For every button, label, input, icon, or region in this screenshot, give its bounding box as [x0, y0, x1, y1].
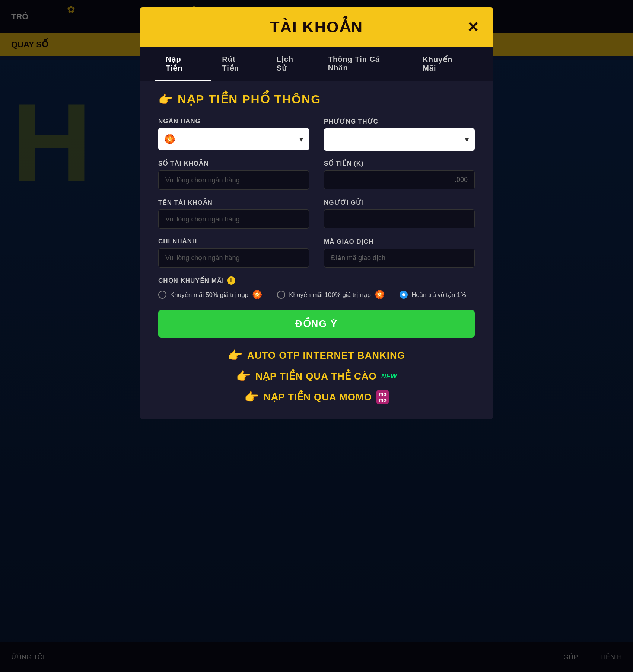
promo-option-2[interactable]: Khuyến mãi 100% giá trị nạp 🏵️: [277, 290, 385, 300]
tab-nap-tien[interactable]: Nạp Tiền: [155, 47, 211, 81]
phuong-thuc-chevron-icon: ▾: [465, 135, 469, 144]
so-tai-khoan-label: SỐ TÀI KHOẢN: [158, 160, 309, 167]
tab-khuyen-mai[interactable]: Khuyến Mãi: [411, 47, 478, 81]
phuong-thuc-group: PHƯƠNG THỨC ▾: [324, 118, 475, 151]
ma-giao-dich-label: MÃ GIAO DỊCH: [324, 238, 475, 246]
promo-section: CHỌN KHUYẾN MÃI i Khuyến mãi 50% giá trị…: [158, 276, 475, 300]
the-cao-link[interactable]: 👉 NẠP TIỀN QUA THẺ CÀO NEW: [236, 369, 397, 383]
nguoi-gui-label: NGƯỜI GỬI: [324, 199, 475, 207]
promo-info-icon[interactable]: i: [227, 276, 235, 285]
auto-otp-link[interactable]: 👉 AUTO OTP INTERNET BANKING: [228, 348, 405, 362]
chi-nhanh-label: CHI NHÁNH: [158, 238, 309, 245]
bottom-links: 👉 AUTO OTP INTERNET BANKING 👉 NẠP TIỀN Q…: [158, 348, 475, 404]
ngan-hang-select[interactable]: 🏵️ ▾: [158, 128, 309, 150]
tab-thong-tin[interactable]: Thông Tin Cá Nhân: [317, 47, 412, 80]
modal-body: 👉 NẠP TIỀN PHỔ THÔNG NGÂN HÀNG 🏵️ ▾ PHƯƠ…: [140, 81, 493, 419]
nguoi-gui-input[interactable]: [324, 209, 475, 228]
submit-button[interactable]: ĐỒNG Ý: [158, 310, 475, 338]
so-tien-group: SỐ TIỀN (K): [324, 160, 475, 190]
new-badge: NEW: [381, 372, 397, 380]
so-tai-khoan-group: SỐ TÀI KHOẢN Vui lòng chọn ngân hàng: [158, 160, 309, 190]
modal-header: TÀI KHOẢN ✕: [140, 7, 493, 47]
nguoi-gui-group: NGƯỜI GỬI: [324, 199, 475, 229]
ngan-hang-chevron-icon: ▾: [299, 135, 303, 144]
form-grid: NGÂN HÀNG 🏵️ ▾ PHƯƠNG THỨC ▾ SỐ TÀI KHOẢ…: [158, 118, 475, 268]
promo-radio-3[interactable]: [400, 291, 408, 299]
so-tien-input[interactable]: [324, 170, 475, 189]
ten-tai-khoan-label: TÊN TÀI KHOẢN: [158, 199, 309, 207]
momo-link[interactable]: 👉 NẠP TIỀN QUA MOMO momo: [244, 390, 389, 404]
modal-tabs: Nạp Tiền Rút Tiền Lịch Sử Thông Tin Cá N…: [140, 47, 493, 81]
ngan-hang-icon: 🏵️: [164, 134, 175, 144]
modal-container: TÀI KHOẢN ✕ Nạp Tiền Rút Tiền Lịch Sử Th…: [140, 7, 493, 419]
promo-text-1: Khuyến mãi 50% giá trị nạp: [170, 291, 248, 299]
ten-tai-khoan-input: Vui lòng chọn ngân hàng: [158, 209, 309, 229]
ngan-hang-label: NGÂN HÀNG: [158, 118, 309, 125]
promo-emoji-1: 🏵️: [252, 290, 262, 300]
chi-nhanh-input: Vui lòng chọn ngân hàng: [158, 248, 309, 268]
ten-tai-khoan-group: TÊN TÀI KHOẢN Vui lòng chọn ngân hàng: [158, 199, 309, 229]
promo-text-2: Khuyến mãi 100% giá trị nạp: [289, 291, 371, 299]
the-cao-text: NẠP TIỀN QUA THẺ CÀO: [255, 371, 377, 382]
promo-option-1[interactable]: Khuyến mãi 50% giá trị nạp 🏵️: [158, 290, 262, 300]
promo-options: Khuyến mãi 50% giá trị nạp 🏵️ Khuyến mãi…: [158, 290, 475, 300]
modal-backdrop: TÀI KHOẢN ✕ Nạp Tiền Rút Tiền Lịch Sử Th…: [0, 0, 633, 672]
momo-badge: momo: [376, 390, 389, 404]
promo-text-3: Hoàn trả vô tận 1%: [411, 291, 466, 299]
so-tien-label: SỐ TIỀN (K): [324, 160, 475, 167]
ma-giao-dich-group: MÃ GIAO DỊCH: [324, 238, 475, 268]
hand-icon-the-cao: 👉: [236, 369, 251, 383]
phuong-thuc-label: PHƯƠNG THỨC: [324, 118, 475, 125]
modal-title: TÀI KHOẢN: [270, 18, 363, 36]
hand-icon-otp: 👉: [228, 348, 243, 362]
promo-emoji-2: 🏵️: [375, 290, 385, 300]
ngan-hang-group: NGÂN HÀNG 🏵️ ▾: [158, 118, 309, 151]
promo-option-3[interactable]: Hoàn trả vô tận 1%: [400, 291, 466, 299]
chi-nhanh-group: CHI NHÁNH Vui lòng chọn ngân hàng: [158, 238, 309, 268]
close-button[interactable]: ✕: [464, 18, 482, 36]
auto-otp-text: AUTO OTP INTERNET BANKING: [247, 350, 405, 361]
ma-giao-dich-input[interactable]: [324, 249, 475, 268]
phuong-thuc-select[interactable]: ▾: [324, 128, 475, 151]
hand-icon-momo: 👉: [244, 390, 259, 404]
hand-icon: 👉: [158, 92, 173, 106]
section-title: 👉 NẠP TIỀN PHỔ THÔNG: [158, 92, 475, 106]
promo-label: CHỌN KHUYẾN MÃI i: [158, 276, 475, 285]
promo-radio-2[interactable]: [277, 291, 285, 299]
tab-lich-su[interactable]: Lịch Sử: [265, 47, 316, 81]
section-title-text: NẠP TIỀN PHỔ THÔNG: [178, 92, 321, 106]
so-tai-khoan-input: Vui lòng chọn ngân hàng: [158, 170, 309, 190]
promo-radio-1[interactable]: [158, 291, 166, 299]
tab-rut-tien[interactable]: Rút Tiền: [211, 47, 265, 81]
momo-text: NẠP TIỀN QUA MOMO: [264, 391, 372, 403]
